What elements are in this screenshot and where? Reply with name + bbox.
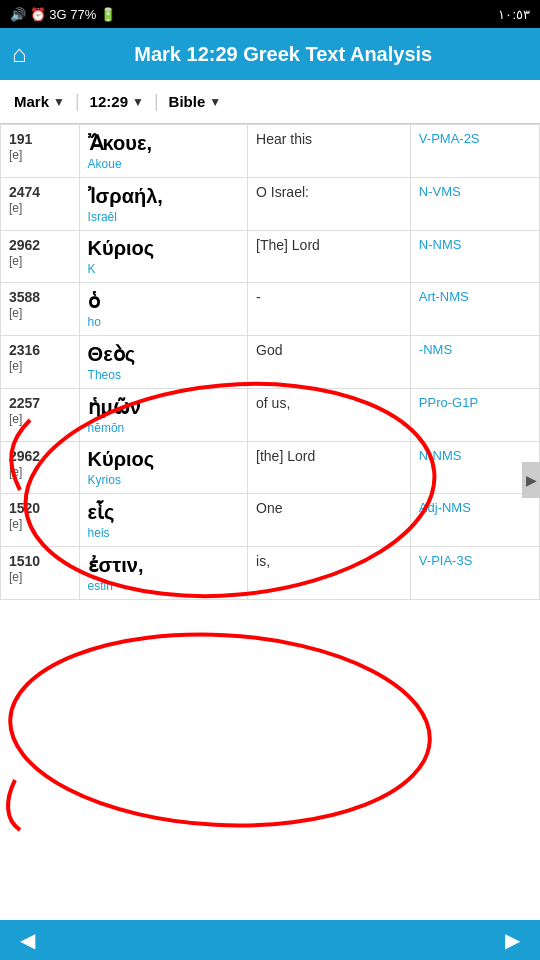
bible-label: Bible — [169, 93, 206, 110]
cell-parse: V-PIA-3S — [410, 547, 539, 600]
table-row[interactable]: 2257[e]ἡμῶνhēmōnof us,PPro-G1P — [1, 389, 540, 442]
cell-translation: God — [248, 336, 411, 389]
cell-parse: V-PMA-2S — [410, 125, 539, 178]
cell-translation: - — [248, 283, 411, 336]
cell-greek: ΚύριοςK — [79, 231, 247, 283]
cell-greek: ἡμῶνhēmōn — [79, 389, 247, 442]
table-row[interactable]: 1510[e]ἐστιν,estinis,V-PIA-3S — [1, 547, 540, 600]
cell-parse: PPro-G1P — [410, 389, 539, 442]
cell-greek: εἷςheis — [79, 494, 247, 547]
table-row[interactable]: 2962[e]ΚύριοςK[The] LordN-NMS — [1, 231, 540, 283]
next-button[interactable]: ▶ — [505, 928, 520, 952]
cell-translation: [the] Lord — [248, 442, 411, 494]
greek-table-container[interactable]: 191[e]Ἄκουε,AkoueHear thisV-PMA-2S2474[e… — [0, 124, 540, 920]
table-row[interactable]: 2962[e]ΚύριοςKyrios[the] LordN-NMS — [1, 442, 540, 494]
greek-analysis-table: 191[e]Ἄκουε,AkoueHear thisV-PMA-2S2474[e… — [0, 124, 540, 600]
cell-greek: ὁho — [79, 283, 247, 336]
status-icons: 🔊 ⏰ 3G 77% 🔋 — [10, 7, 116, 22]
sep2: | — [154, 91, 159, 112]
cell-greek: ΘεὸςTheos — [79, 336, 247, 389]
bible-filter[interactable]: Bible ▼ — [163, 91, 228, 112]
app-header: ⌂ Mark 12:29 Greek Text Analysis — [0, 28, 540, 80]
cell-greek: ΚύριοςKyrios — [79, 442, 247, 494]
cell-num: 2962[e] — [1, 442, 80, 494]
table-row[interactable]: 191[e]Ἄκουε,AkoueHear thisV-PMA-2S — [1, 125, 540, 178]
side-scroll-arrow[interactable]: ▶ — [522, 462, 540, 498]
cell-num: 1510[e] — [1, 547, 80, 600]
cell-num: 1520[e] — [1, 494, 80, 547]
book-arrow-icon: ▼ — [53, 95, 65, 109]
cell-num: 2316[e] — [1, 336, 80, 389]
cell-num: 3588[e] — [1, 283, 80, 336]
table-row[interactable]: 1520[e]εἷςheisOneAdj-NMS — [1, 494, 540, 547]
cell-num: 191[e] — [1, 125, 80, 178]
bottom-nav: ◀ ▶ — [0, 920, 540, 960]
table-row[interactable]: 2316[e]ΘεὸςTheosGod-NMS — [1, 336, 540, 389]
cell-greek: Ἰσραήλ,Israēl — [79, 178, 247, 231]
verse-arrow-icon: ▼ — [132, 95, 144, 109]
cell-num: 2962[e] — [1, 231, 80, 283]
cell-greek: Ἄκουε,Akoue — [79, 125, 247, 178]
filter-bar: Mark ▼ | 12:29 ▼ | Bible ▼ — [0, 80, 540, 124]
cell-parse: -NMS — [410, 336, 539, 389]
table-row[interactable]: 2474[e]Ἰσραήλ,IsraēlO Israel:N-VMS — [1, 178, 540, 231]
cell-translation: [The] Lord — [248, 231, 411, 283]
cell-num: 2257[e] — [1, 389, 80, 442]
table-row[interactable]: 3588[e]ὁho-Art-NMS — [1, 283, 540, 336]
prev-button[interactable]: ◀ — [20, 928, 35, 952]
cell-translation: of us, — [248, 389, 411, 442]
sep1: | — [75, 91, 80, 112]
bible-arrow-icon: ▼ — [209, 95, 221, 109]
cell-parse: N-NMS — [410, 442, 539, 494]
page-title: Mark 12:29 Greek Text Analysis — [39, 43, 529, 66]
verse-filter[interactable]: 12:29 ▼ — [84, 91, 150, 112]
cell-translation: One — [248, 494, 411, 547]
book-filter[interactable]: Mark ▼ — [8, 91, 71, 112]
cell-greek: ἐστιν,estin — [79, 547, 247, 600]
cell-translation: is, — [248, 547, 411, 600]
verse-label: 12:29 — [90, 93, 128, 110]
cell-translation: O Israel: — [248, 178, 411, 231]
home-icon[interactable]: ⌂ — [12, 40, 27, 68]
book-label: Mark — [14, 93, 49, 110]
cell-num: 2474[e] — [1, 178, 80, 231]
cell-parse: Adj-NMS — [410, 494, 539, 547]
cell-parse: Art-NMS — [410, 283, 539, 336]
status-bar: 🔊 ⏰ 3G 77% 🔋 ١٠:٥٣ — [0, 0, 540, 28]
status-time: ١٠:٥٣ — [498, 7, 530, 22]
cell-parse: N-NMS — [410, 231, 539, 283]
cell-parse: N-VMS — [410, 178, 539, 231]
cell-translation: Hear this — [248, 125, 411, 178]
